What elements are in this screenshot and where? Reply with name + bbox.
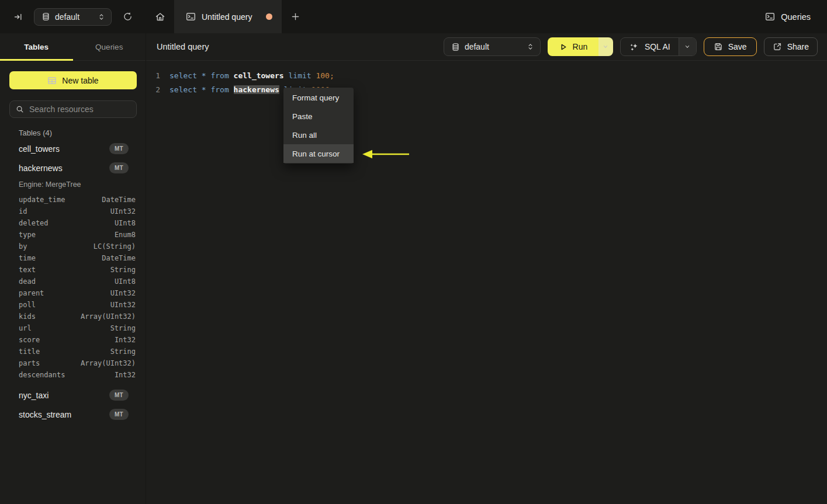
code-token: select * from — [169, 85, 234, 94]
refresh-button[interactable] — [119, 8, 136, 26]
column-row: descendantsInt32 — [19, 369, 136, 381]
column-row: parentUInt32 — [19, 287, 136, 299]
column-type: String — [110, 324, 136, 332]
column-row: textString — [19, 264, 136, 276]
run-button[interactable]: Run — [548, 37, 598, 56]
column-row: deadUInt8 — [19, 276, 136, 287]
table-grid-icon — [47, 76, 57, 85]
collapse-sidebar-button[interactable] — [9, 8, 27, 26]
save-button[interactable]: Save — [704, 37, 757, 56]
column-row: pollUInt32 — [19, 299, 136, 311]
search-box — [9, 100, 137, 118]
column-type: String — [110, 266, 136, 274]
menu-item-format-query[interactable]: Format query — [283, 88, 354, 107]
column-name: title — [19, 347, 40, 356]
column-row: partsArray(UInt32) — [19, 357, 136, 369]
tables-list: cell_towersMThackernewsMTEngine: MergeTr… — [0, 139, 146, 424]
engine-badge: MT — [109, 390, 129, 401]
column-type: Enum8 — [115, 231, 136, 239]
terminal-icon — [186, 12, 196, 22]
column-name: parts — [19, 359, 40, 367]
column-row: byLC(String) — [19, 241, 136, 252]
code-token: select * from — [169, 71, 234, 80]
column-type: Array(UInt32) — [81, 312, 136, 321]
column-type: UInt8 — [115, 219, 136, 227]
tab-untitled-query[interactable]: Untitled query — [174, 0, 282, 33]
share-label: Share — [787, 42, 809, 51]
code-line: 1select * from cell_towers limit 100; — [146, 68, 827, 82]
save-icon — [714, 42, 723, 51]
table-row[interactable]: cell_towersMT — [0, 139, 146, 158]
column-name: id — [19, 207, 27, 215]
search-input[interactable] — [29, 105, 135, 114]
column-name: descendants — [19, 371, 65, 379]
topbar: default — [0, 0, 827, 33]
chevron-updown-icon — [98, 13, 105, 21]
sidebar: Tables Queries New table Table — [0, 33, 146, 504]
column-type: DateTime — [102, 196, 136, 204]
column-name: update_time — [19, 196, 65, 204]
table-name: stocks_stream — [19, 410, 71, 419]
column-type: Array(UInt32) — [81, 359, 136, 367]
chevron-down-icon — [602, 43, 609, 50]
run-label: Run — [573, 42, 588, 51]
engine-badge: MT — [109, 409, 129, 420]
column-name: poll — [19, 301, 36, 309]
column-name: url — [19, 324, 32, 332]
column-name: text — [19, 266, 36, 274]
play-icon — [559, 43, 568, 51]
column-type: UInt32 — [110, 301, 136, 309]
editor-database-value: default — [465, 42, 522, 51]
sql-ai-button[interactable]: SQL AI — [621, 38, 679, 55]
topbar-database-selector[interactable]: default — [34, 8, 112, 26]
column-type: Int32 — [115, 371, 136, 379]
column-name: score — [19, 336, 40, 344]
column-name: kids — [19, 312, 36, 321]
queries-button[interactable]: Queries — [765, 12, 811, 22]
tabstrip: Untitled query — [146, 0, 309, 33]
sql-editor[interactable]: 1select * from cell_towers limit 100;2se… — [146, 61, 827, 504]
main-panel: Untitled query default — [146, 33, 827, 504]
code-token: hackernews — [234, 85, 279, 94]
column-type: DateTime — [102, 254, 136, 262]
queries-button-label: Queries — [781, 12, 811, 22]
editor-database-selector[interactable]: default — [444, 37, 541, 56]
menu-item-run-at-cursor[interactable]: Run at cursor — [283, 144, 354, 163]
table-row[interactable]: hackernewsMT — [0, 158, 146, 178]
table-engine-label: Engine: MergeTree — [0, 178, 146, 192]
new-table-button[interactable]: New table — [9, 71, 137, 89]
column-row: urlString — [19, 322, 136, 334]
column-name: parent — [19, 289, 44, 297]
sql-ai-options-button[interactable] — [679, 38, 696, 55]
chevron-updown-icon — [527, 43, 534, 51]
column-row: update_timeDateTime — [19, 194, 136, 206]
refresh-icon — [123, 12, 133, 22]
code-token: cell_towers — [234, 71, 284, 80]
code-line: 2select * from hackernews limit 1000 — [146, 82, 827, 96]
run-button-group: Run — [548, 37, 613, 56]
sql-ai-label: SQL AI — [645, 42, 670, 51]
column-row: typeEnum8 — [19, 229, 136, 241]
sidebar-tab-tables[interactable]: Tables — [0, 33, 73, 60]
share-button[interactable]: Share — [764, 37, 818, 56]
new-tab-button[interactable] — [282, 0, 309, 33]
menu-item-paste[interactable]: Paste — [283, 107, 354, 126]
table-row[interactable]: stocks_streamMT — [0, 405, 146, 424]
chevron-down-icon — [684, 43, 691, 50]
column-name: type — [19, 231, 36, 239]
columns-list: update_timeDateTimeidUInt32deletedUInt8t… — [0, 192, 146, 385]
sidebar-tab-queries[interactable]: Queries — [73, 33, 146, 60]
run-options-button[interactable] — [598, 37, 613, 56]
external-link-icon — [773, 42, 782, 51]
column-type: String — [110, 347, 136, 356]
home-button[interactable] — [146, 0, 174, 33]
engine-badge: MT — [109, 143, 129, 154]
collapse-sidebar-icon — [13, 12, 23, 22]
column-row: timeDateTime — [19, 252, 136, 264]
annotation-arrow — [361, 149, 410, 159]
menu-item-run-all[interactable]: Run all — [283, 126, 354, 144]
column-name: deleted — [19, 219, 49, 227]
table-row[interactable]: nyc_taxiMT — [0, 385, 146, 405]
app-root: default — [0, 0, 827, 504]
query-title: Untitled query — [157, 42, 209, 51]
